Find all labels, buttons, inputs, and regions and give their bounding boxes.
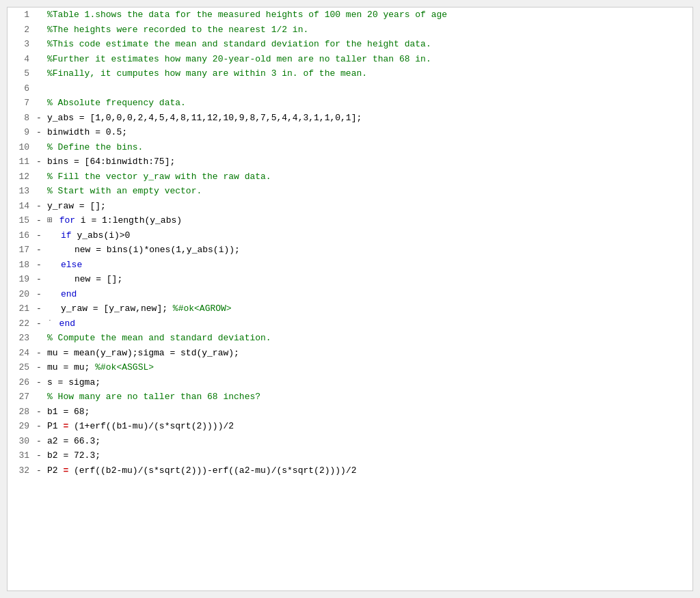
line-number: 27 — [8, 390, 35, 405]
line-number: 15 — [8, 213, 35, 228]
code-text: mu = mean(y_raw);sigma = std(y_raw); — [47, 348, 239, 358]
line-number: 31 — [8, 448, 35, 463]
line-dash: - — [35, 199, 44, 214]
keyword-text: for — [59, 215, 75, 226]
code-content: %This code estimate the mean and standar… — [44, 37, 692, 52]
line-dash: - — [35, 375, 44, 390]
table-row: 30-a2 = 66.3; — [8, 434, 692, 449]
code-text: y_abs = [1,0,0,0,2,4,5,4,8,11,12,10,9,8,… — [47, 113, 362, 123]
line-dash: - — [35, 111, 44, 126]
table-row: 18-else — [8, 258, 692, 273]
table-row: 9-binwidth = 0.5; — [8, 125, 692, 140]
line-number: 8 — [8, 111, 35, 126]
table-row: 12% Fill the vector y_raw with the raw d… — [8, 169, 692, 185]
line-number: 1 — [8, 8, 35, 23]
code-content: P2 = (erf((b2-mu)/(s*sqrt(2)))-erf((a2-m… — [44, 463, 692, 478]
code-content: new = []; — [44, 272, 692, 287]
code-content: % Start with an empty vector. — [44, 184, 692, 199]
table-row: 28-b1 = 68; — [8, 405, 692, 420]
line-number: 2 — [8, 23, 35, 38]
comment-text: %#ok<AGROW> — [173, 303, 232, 314]
table-row: 6 — [8, 81, 692, 96]
code-content: y_abs = [1,0,0,0,2,4,5,4,8,11,12,10,9,8,… — [44, 111, 692, 126]
keyword-text: if — [61, 230, 72, 241]
code-text: y_raw = [y_raw,new]; — [61, 303, 173, 314]
code-content: end — [44, 287, 692, 302]
table-row: 25-mu = mu; %#ok<ASGSL> — [8, 360, 692, 375]
code-text: binwidth = 0.5; — [47, 127, 127, 137]
table-row: 21-y_raw = [y_raw,new]; %#ok<AGROW> — [8, 301, 692, 316]
table-row: 14-y_raw = []; — [8, 199, 692, 214]
code-content: P1 = (1+erf((b1-mu)/(s*sqrt(2))))/2 — [44, 419, 692, 434]
line-dash: - — [35, 125, 44, 140]
code-editor[interactable]: 1%Table 1.shows the data for the measure… — [7, 7, 693, 591]
line-dash — [35, 8, 44, 23]
code-text: new = bins(i)*ones(1,y_abs(i)); — [75, 245, 240, 255]
table-row: 1%Table 1.shows the data for the measure… — [8, 8, 692, 23]
collapse-icon[interactable]: ⊞ — [47, 215, 58, 226]
line-dash — [35, 331, 44, 346]
code-content: % How many are no taller than 68 inches? — [44, 390, 692, 405]
line-number: 21 — [8, 301, 35, 316]
line-dash: - — [35, 301, 44, 316]
code-content: % Define the bins. — [44, 140, 692, 155]
line-number: 20 — [8, 287, 35, 302]
line-dash: - — [35, 272, 44, 287]
line-number: 5 — [8, 66, 35, 81]
comment-text: %Finally, it cumputes how many are withi… — [47, 68, 367, 79]
line-number: 32 — [8, 463, 35, 478]
table-row: 20-end — [8, 287, 692, 302]
line-number: 3 — [8, 37, 35, 52]
line-number: 4 — [8, 52, 35, 67]
table-row: 29-P1 = (1+erf((b1-mu)/(s*sqrt(2))))/2 — [8, 419, 692, 434]
comment-text: %This code estimate the mean and standar… — [47, 39, 431, 49]
table-row: 5%Finally, it cumputes how many are with… — [8, 66, 692, 81]
code-content: if y_abs(i)>0 — [44, 228, 692, 243]
table-row: 23% Compute the mean and standard deviat… — [8, 331, 692, 346]
table-row: 15-⊞ for i = 1:length(y_abs) — [8, 213, 692, 228]
code-content: mu = mean(y_raw);sigma = std(y_raw); — [44, 346, 692, 361]
code-text: (1+erf((b1-mu)/(s*sqrt(2))))/2 — [68, 421, 234, 431]
code-text: i = 1:length(y_abs) — [75, 215, 182, 226]
line-number: 10 — [8, 140, 35, 155]
code-text: b1 = 68; — [47, 407, 90, 417]
line-dash: - — [35, 360, 44, 375]
table-row: 11-bins = [64:binwidth:75]; — [8, 154, 692, 169]
line-number: 29 — [8, 419, 35, 434]
comment-text: %Table 1.shows the data for the measured… — [47, 10, 447, 20]
table-row: 2%The heights were recorded to the neare… — [8, 23, 692, 38]
table-row: 3%This code estimate the mean and standa… — [8, 37, 692, 52]
line-dash — [35, 66, 44, 81]
line-number: 24 — [8, 346, 35, 361]
code-text: y_abs(i)>0 — [72, 230, 131, 241]
table-row: 27% How many are no taller than 68 inche… — [8, 390, 692, 405]
line-number: 18 — [8, 258, 35, 273]
line-dash: - — [35, 243, 44, 258]
code-content: %The heights were recorded to the neares… — [44, 23, 692, 38]
comment-text: %The heights were recorded to the neares… — [47, 25, 308, 35]
code-content: binwidth = 0.5; — [44, 125, 692, 140]
table-row: 16-if y_abs(i)>0 — [8, 228, 692, 243]
code-text: P1 — [47, 421, 63, 431]
line-dash — [35, 52, 44, 67]
collapse-end-icon[interactable]: ˙ — [47, 318, 58, 329]
line-number: 25 — [8, 360, 35, 375]
code-text: new = []; — [75, 274, 122, 284]
line-number: 11 — [8, 154, 35, 169]
code-text: (erf((b2-mu)/(s*sqrt(2)))-erf((a2-mu)/(s… — [68, 465, 356, 476]
line-dash: - — [35, 448, 44, 463]
line-dash — [35, 140, 44, 155]
line-dash — [35, 37, 44, 52]
table-row: 17-new = bins(i)*ones(1,y_abs(i)); — [8, 243, 692, 258]
table-row: 32-P2 = (erf((b2-mu)/(s*sqrt(2)))-erf((a… — [8, 463, 692, 478]
code-text: b2 = 72.3; — [47, 450, 100, 461]
code-content: y_raw = []; — [44, 199, 692, 214]
code-text: bins = [64:binwidth:75]; — [47, 157, 175, 167]
line-dash: - — [35, 228, 44, 243]
line-dash: - — [35, 287, 44, 302]
code-content: % Absolute frequency data. — [44, 96, 692, 111]
keyword-text: end — [59, 318, 75, 329]
comment-text: % Compute the mean and standard deviatio… — [47, 333, 271, 343]
line-dash: - — [35, 346, 44, 361]
code-text: P2 — [47, 465, 63, 476]
